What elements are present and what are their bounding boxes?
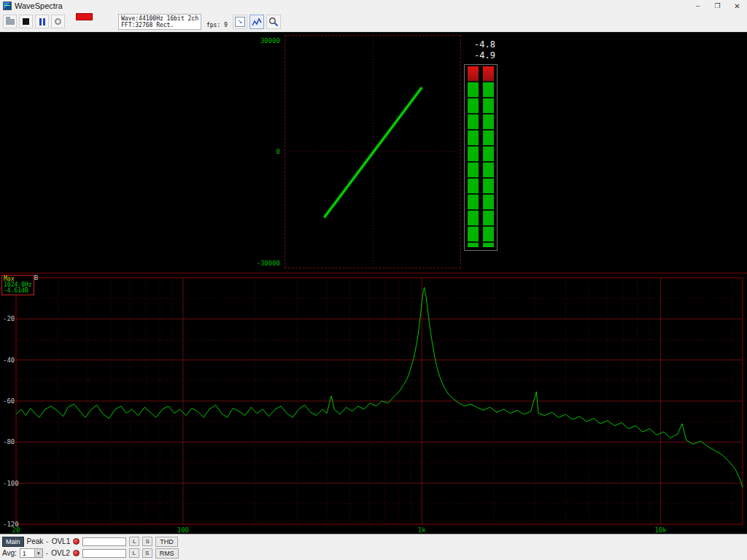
lissajous-y-max-label: 30000 bbox=[260, 37, 280, 44]
record-icon bbox=[55, 18, 61, 25]
meter-red-zone-right bbox=[483, 66, 494, 81]
lissajous-panel bbox=[285, 35, 461, 268]
statusbar-row-2: Avg: 1 ▼ - OVL2 L S RMS bbox=[2, 548, 745, 559]
maximize-button[interactable]: ❐ bbox=[708, 0, 727, 12]
minimize-button[interactable]: – bbox=[688, 0, 708, 12]
arrange-icon: ↘ bbox=[235, 17, 245, 27]
config-button[interactable] bbox=[266, 15, 281, 29]
lissajous-axis-labels: 30000 0 -30000 bbox=[249, 35, 282, 268]
db-tick-label: -40 bbox=[3, 357, 15, 364]
peak-mode-label: Peak bbox=[27, 537, 44, 545]
window-title: WaveSpectra bbox=[15, 1, 63, 10]
fps-label: fps: bbox=[206, 22, 220, 28]
statusbar: Main Peak - OVL1 L S THD Avg: 1 ▼ - OVL2… bbox=[0, 534, 747, 560]
peak-info-db: -4.61dB bbox=[4, 288, 32, 294]
toolbar: Wave:44100Hz 16bit 2ch FFT:32768 Rect. f… bbox=[0, 12, 747, 32]
stop-button[interactable] bbox=[19, 15, 33, 28]
upper-display-area: 30000 0 -30000 -4.8 -4.9 bbox=[0, 32, 747, 273]
freq-tick-label: 10k bbox=[654, 526, 666, 534]
stop-icon bbox=[23, 18, 29, 25]
db-tick-label: -60 bbox=[3, 397, 15, 405]
ovl1-label: OVL1 bbox=[52, 537, 71, 545]
level-meters: -4.8 -4.9 bbox=[464, 39, 498, 251]
statusbar-row-1: Main Peak - OVL1 L S THD bbox=[2, 536, 745, 547]
spectrum-plot bbox=[0, 273, 747, 533]
window-controls: – ❐ ✕ bbox=[688, 0, 747, 12]
freq-tick-label: 100 bbox=[177, 526, 189, 534]
l-button-2[interactable]: L bbox=[129, 548, 139, 558]
window-arrange-button[interactable]: ↘ bbox=[233, 15, 247, 29]
channel1-input[interactable] bbox=[82, 537, 126, 546]
lissajous-y-min-label: -30000 bbox=[256, 260, 280, 267]
meter-frame bbox=[464, 64, 498, 251]
meter-bar-right bbox=[483, 66, 494, 247]
rms-button[interactable]: RMS bbox=[155, 548, 179, 559]
fps-value: 9 bbox=[224, 22, 228, 28]
ovl2-led bbox=[73, 550, 80, 556]
app-window: WaveSpectra – ❐ ✕ Wave:44100Hz 16bit 2ch… bbox=[0, 0, 747, 560]
waveform-panel bbox=[0, 32, 283, 273]
meter-green-zone-right bbox=[483, 81, 494, 247]
close-button[interactable]: ✕ bbox=[727, 0, 747, 12]
folder-icon bbox=[6, 19, 15, 25]
separator: - bbox=[46, 537, 48, 545]
db-tick-label: -20 bbox=[3, 315, 15, 322]
db-tick-label: -100 bbox=[3, 480, 19, 487]
pause-icon bbox=[39, 18, 45, 26]
main-button[interactable]: Main bbox=[2, 537, 24, 547]
thd-button[interactable]: THD bbox=[155, 537, 178, 547]
lissajous-y-zero-label: 0 bbox=[276, 148, 280, 155]
fps-readout: fps: 9 bbox=[206, 22, 228, 28]
peak-readout: -4.8 -4.9 bbox=[464, 39, 498, 61]
ovl2-label: OVL2 bbox=[51, 549, 70, 557]
channel2-input[interactable] bbox=[82, 549, 126, 558]
freq-tick-label: 1k bbox=[418, 526, 426, 534]
s-button-2[interactable]: S bbox=[142, 548, 152, 558]
pause-button[interactable] bbox=[35, 15, 49, 28]
open-file-button[interactable] bbox=[3, 15, 17, 28]
peak-left-value: -4.8 bbox=[464, 39, 495, 50]
avg-value: 1 bbox=[23, 550, 26, 557]
meter-green-zone-left bbox=[468, 81, 479, 247]
meter-red-zone-left bbox=[468, 66, 479, 81]
graph-icon bbox=[252, 17, 262, 27]
peak-info-box: Max 1024.0Hz -4.61dB bbox=[1, 275, 34, 295]
wave-format-text: Wave:44100Hz 16bit 2ch bbox=[121, 15, 198, 22]
display-settings-button[interactable] bbox=[249, 15, 264, 29]
separator: - bbox=[46, 549, 48, 557]
meter-bar-left bbox=[468, 66, 479, 247]
s-button-1[interactable]: S bbox=[142, 537, 152, 546]
avg-select[interactable]: 1 ▼ bbox=[20, 548, 43, 558]
ovl1-led bbox=[73, 538, 80, 545]
freq-tick-label: 20 bbox=[12, 526, 20, 534]
chevron-down-icon: ▼ bbox=[34, 549, 42, 557]
l-button-1[interactable]: L bbox=[129, 537, 139, 546]
fft-format-text: FFT:32768 Rect. bbox=[121, 22, 198, 28]
titlebar: WaveSpectra – ❐ ✕ bbox=[0, 0, 747, 12]
app-icon bbox=[3, 1, 12, 10]
record-button[interactable] bbox=[51, 15, 65, 28]
lissajous-plot bbox=[285, 36, 460, 268]
magnifier-icon bbox=[268, 17, 279, 27]
db-tick-label: -80 bbox=[3, 438, 15, 446]
avg-label: Avg: bbox=[2, 549, 17, 557]
peak-right-value: -4.9 bbox=[464, 50, 495, 61]
spectrum-panel: Max 1024.0Hz -4.61dB 0dB-20-40-60-80-100… bbox=[0, 273, 747, 534]
recording-indicator bbox=[76, 13, 93, 20]
format-info-box: Wave:44100Hz 16bit 2ch FFT:32768 Rect. bbox=[118, 14, 201, 30]
